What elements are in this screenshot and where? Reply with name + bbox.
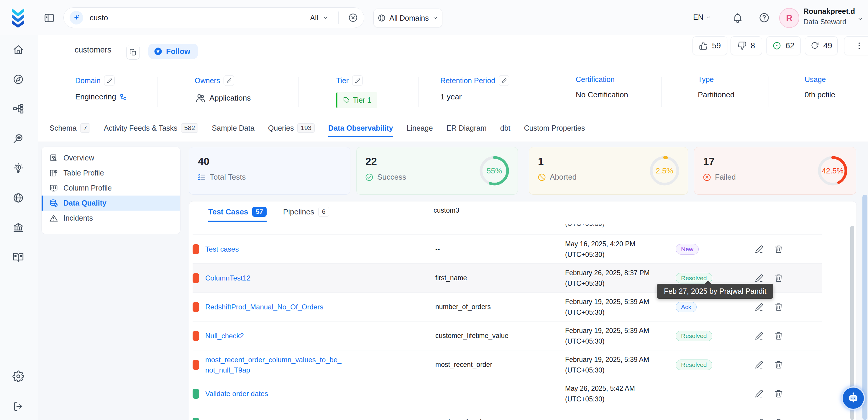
tab-test-cases[interactable]: Test Cases 57 bbox=[208, 207, 267, 222]
x-circle-icon bbox=[703, 173, 711, 182]
test-case-link[interactable]: Null_check2 bbox=[205, 331, 244, 341]
test-case-link[interactable]: RedshiftProd_Manual_No_Of_Orders bbox=[205, 302, 323, 312]
meta-domain: Domain Engineering bbox=[75, 75, 127, 101]
row-badge-cell: Resolved bbox=[676, 331, 755, 341]
logout-icon[interactable] bbox=[12, 400, 25, 413]
tab-custom-properties[interactable]: Custom Properties bbox=[524, 124, 585, 137]
delete-icon[interactable] bbox=[774, 245, 783, 253]
glossary-book-icon[interactable] bbox=[12, 251, 25, 263]
tab-data-observability[interactable]: Data Observability bbox=[328, 124, 393, 137]
sidebar-toggle-icon[interactable] bbox=[44, 12, 55, 24]
discovery-magnifier-eye-icon[interactable] bbox=[12, 132, 25, 145]
health-score-count: 62 bbox=[785, 41, 794, 51]
clear-search-icon[interactable] bbox=[348, 13, 358, 23]
meta-owners-value[interactable]: Applications bbox=[209, 93, 251, 102]
edit-icon[interactable] bbox=[755, 389, 764, 398]
tab-schema-count: 7 bbox=[80, 123, 90, 133]
test-case-link[interactable]: Test cases bbox=[205, 244, 239, 254]
user-menu-chevron-icon[interactable] bbox=[857, 16, 864, 22]
edit-domain-icon[interactable] bbox=[104, 75, 115, 86]
delete-icon[interactable] bbox=[774, 360, 783, 369]
sidebar-item-data-quality[interactable]: Data Quality bbox=[41, 196, 180, 211]
language-selector[interactable]: EN bbox=[693, 13, 711, 22]
downvote-button[interactable]: 8 bbox=[731, 36, 762, 55]
follow-button[interactable]: Follow bbox=[148, 44, 198, 59]
tab-pipelines[interactable]: Pipelines 6 bbox=[283, 207, 329, 222]
test-case-link[interactable]: Validate order dates bbox=[205, 388, 268, 399]
notifications-bell-icon[interactable] bbox=[732, 12, 743, 23]
tab-er-diagram[interactable]: ER Diagram bbox=[446, 124, 487, 137]
delete-icon[interactable] bbox=[774, 418, 783, 420]
test-case-link[interactable]: most_recent_order_column_values_to_be_no… bbox=[205, 355, 344, 375]
meta-tier: Tier Tier 1 bbox=[336, 75, 377, 108]
sidebar-item-incidents[interactable]: Incidents bbox=[41, 211, 180, 226]
delete-icon[interactable] bbox=[774, 332, 783, 340]
summary-card-total-tests: 40 Total Tests bbox=[189, 147, 350, 195]
search-input[interactable]: custo bbox=[90, 13, 108, 22]
explore-compass-icon[interactable] bbox=[12, 73, 25, 86]
table-row[interactable]: Validate order dates -- May 26, 2025, 5:… bbox=[193, 379, 822, 408]
row-timezone: (UTC+05:30) bbox=[565, 394, 676, 404]
app-logo-icon[interactable] bbox=[9, 8, 27, 28]
globe-icon bbox=[377, 14, 386, 22]
sidebar-item-label: Column Profile bbox=[63, 184, 112, 192]
all-domains-button[interactable]: All Domains bbox=[373, 8, 442, 27]
edit-icon[interactable] bbox=[755, 332, 764, 340]
insights-bulb-icon[interactable] bbox=[12, 162, 25, 175]
upvote-button[interactable]: 59 bbox=[692, 36, 727, 55]
chevron-down-icon bbox=[706, 15, 711, 20]
sidebar-item-column-profile[interactable]: Column Profile bbox=[41, 181, 180, 196]
tab-activity-feeds[interactable]: Activity Feeds & Tasks582 bbox=[104, 123, 198, 138]
edit-owners-icon[interactable] bbox=[223, 75, 234, 86]
row-date: February 26, 2025, 8:37 PM bbox=[565, 268, 676, 278]
tab-dbt[interactable]: dbt bbox=[500, 124, 510, 137]
table-row[interactable]: Test cases -- May 16, 2025, 4:20 PM(UTC+… bbox=[193, 235, 822, 264]
help-icon[interactable] bbox=[758, 12, 770, 23]
edit-retention-icon[interactable] bbox=[499, 75, 509, 86]
home-icon[interactable] bbox=[12, 44, 25, 56]
test-case-link[interactable]: ColumnTest12 bbox=[205, 273, 250, 283]
edit-icon[interactable] bbox=[755, 245, 764, 253]
table-row[interactable]: Null_check2 customer_lifetime_value Febr… bbox=[193, 322, 822, 351]
edit-icon[interactable] bbox=[755, 303, 764, 311]
edit-icon[interactable] bbox=[755, 418, 764, 420]
governance-bank-icon[interactable] bbox=[12, 221, 25, 234]
health-score-button[interactable]: 62 bbox=[766, 36, 801, 55]
search-scope-selector[interactable]: All bbox=[310, 13, 318, 22]
row-status-cell bbox=[193, 302, 205, 312]
success-donut-chart: 55% bbox=[478, 154, 510, 187]
domains-globe-icon[interactable] bbox=[12, 192, 25, 204]
user-avatar[interactable]: R bbox=[779, 8, 799, 28]
delete-icon[interactable] bbox=[774, 303, 783, 311]
tab-lineage[interactable]: Lineage bbox=[407, 124, 433, 137]
aborted-value: 1 bbox=[538, 155, 544, 167]
check-circle-icon bbox=[365, 173, 374, 182]
summary-card-success: 22 Success 55% bbox=[356, 147, 518, 195]
edit-tier-icon[interactable] bbox=[352, 75, 363, 86]
delete-icon[interactable] bbox=[774, 274, 783, 282]
global-search-bar[interactable]: custo All bbox=[63, 7, 364, 28]
edit-icon[interactable] bbox=[755, 360, 764, 369]
tab-queries[interactable]: Queries193 bbox=[268, 123, 315, 138]
chatbot-button[interactable] bbox=[841, 386, 865, 410]
data-quality-icon bbox=[49, 199, 58, 208]
tab-sample-data[interactable]: Sample Data bbox=[212, 124, 254, 137]
refresh-icon bbox=[810, 41, 819, 50]
sidebar-item-overview[interactable]: Overview bbox=[41, 150, 180, 166]
sidebar-item-table-profile[interactable]: Table Profile bbox=[41, 166, 180, 181]
table-row[interactable]: most_recent_order_column_values_to_be_no… bbox=[193, 351, 822, 379]
meta-retention-label: Retention Period bbox=[440, 77, 495, 85]
meta-domain-value[interactable]: Engineering bbox=[75, 92, 116, 101]
delete-icon[interactable] bbox=[774, 389, 783, 398]
test-case-link[interactable]: number_of_orders_column_values_to_be_ bbox=[205, 417, 340, 420]
refresh-button[interactable]: 49 bbox=[805, 36, 838, 55]
more-actions-button[interactable] bbox=[844, 36, 868, 55]
table-row[interactable]: number_of_orders_column_values_to_be_ nu… bbox=[193, 408, 822, 420]
row-badge-cell: New bbox=[676, 244, 755, 254]
tab-schema[interactable]: Schema7 bbox=[50, 123, 90, 138]
lineage-network-icon[interactable] bbox=[12, 102, 25, 115]
settings-gear-icon[interactable] bbox=[12, 370, 25, 383]
copy-icon[interactable] bbox=[126, 45, 140, 60]
page-scrollbar[interactable] bbox=[862, 195, 867, 420]
edit-icon[interactable] bbox=[755, 274, 764, 282]
